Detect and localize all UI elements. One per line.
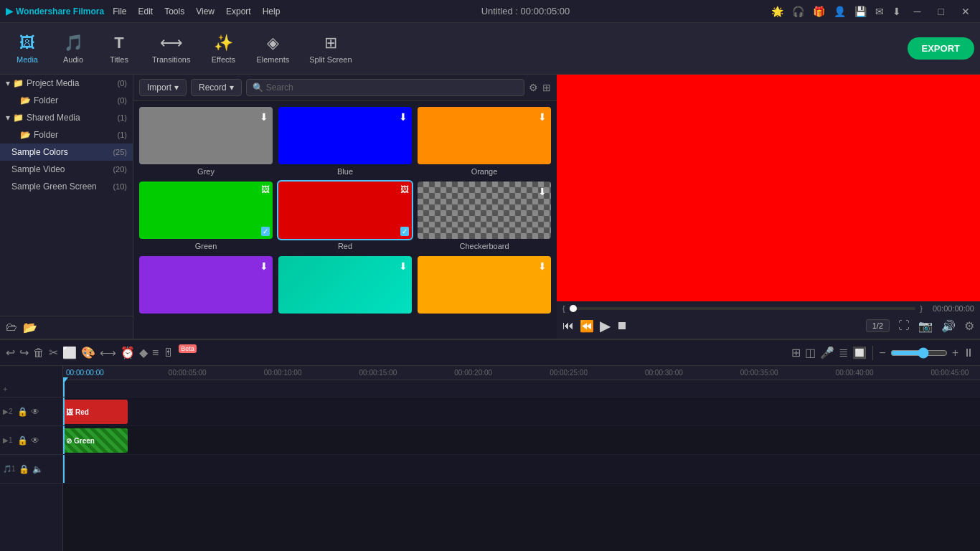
playback-ratio-dropdown[interactable]: 1/2 (866, 319, 890, 332)
user-icon[interactable]: 👤 (834, 6, 846, 17)
toolbar-audio[interactable]: 🎵 Audio (52, 29, 95, 68)
menu-view[interactable]: View (196, 6, 215, 17)
preview-step-back-button[interactable]: ⏮ (562, 319, 574, 332)
toolbar-elements[interactable]: ◈ Elements (248, 29, 298, 68)
clip-red[interactable]: 🖼 Red (63, 400, 128, 424)
mark-in-button[interactable]: ◫ (805, 346, 816, 359)
sample-video-item[interactable]: Sample Video (20) (0, 161, 133, 178)
crop-button[interactable]: ⬜ (62, 346, 77, 359)
media-item-grey[interactable]: ⬇ Grey (139, 107, 273, 176)
microphone-button[interactable]: 🎤 (820, 346, 834, 359)
record-label: Record (199, 83, 227, 93)
minimize-button[interactable]: ─ (910, 4, 925, 19)
grid-view-icon[interactable]: ⊞ (542, 82, 551, 93)
zoom-in-button[interactable]: + (952, 347, 958, 359)
lock-icon-v1[interactable]: 🔒 (17, 435, 28, 446)
export-button[interactable]: EXPORT (908, 37, 974, 60)
color-button[interactable]: 🎨 (81, 346, 95, 359)
vol-icon-a1[interactable]: 🔈 (32, 464, 43, 474)
toolbar-titles[interactable]: T Titles (98, 29, 141, 68)
left-panel: ▾ 📁 Project Media (0) 📂 Folder (0) ▾ 📁 S… (0, 75, 133, 339)
preview-start-time: { (562, 304, 565, 313)
media-item-yellow[interactable]: ⬇ (418, 256, 551, 316)
add-folder-button[interactable]: 🗁 (6, 321, 17, 334)
record-dropdown[interactable]: Record ▾ (191, 79, 242, 96)
preview-fullscreen-icon[interactable]: ⛶ (898, 319, 910, 332)
eye-icon-v1[interactable]: 👁 (31, 435, 39, 446)
maximize-button[interactable]: □ (934, 4, 948, 19)
preview-snapshot-icon[interactable]: 📷 (918, 319, 933, 333)
shared-media-section[interactable]: ▾ 📁 Shared Media (1) (0, 109, 133, 126)
menu-export[interactable]: Export (226, 6, 251, 17)
preview-end-time: } (920, 304, 923, 313)
redo-button[interactable]: ↪ (19, 346, 29, 359)
search-input[interactable] (266, 83, 518, 93)
light-icon[interactable]: 🌟 (771, 6, 783, 17)
preview-frame-back-button[interactable]: ⏪ (580, 319, 594, 333)
timeline-right-controls: ⊞ ◫ 🎤 ≣ 🔲 − + ⏸ (791, 346, 974, 360)
media-item-checkerboard[interactable]: ⬇ Checkerboard (418, 182, 551, 250)
preview-controls: { } 00:00:00:00 ⏮ ⏪ ▶ ⏹ 1/2 ⛶ 📷 🔊 ⚙ (557, 301, 980, 339)
track-settings-button[interactable]: ≣ (839, 346, 848, 359)
playhead-v1 (63, 426, 65, 454)
sample-green-screen-item[interactable]: Sample Green Screen (10) (0, 178, 133, 195)
sample-colors-item[interactable]: Sample Colors (25) (0, 143, 133, 161)
shared-media-folder[interactable]: 📂 Folder (1) (0, 126, 133, 143)
preview-settings-icon[interactable]: ⚙ (964, 319, 974, 333)
speed-button[interactable]: ⏰ (121, 346, 135, 359)
menu-file[interactable]: File (113, 6, 126, 17)
gift-icon[interactable]: 🎁 (813, 6, 825, 17)
eye-icon-v2[interactable]: 👁 (31, 407, 39, 417)
preview-play-button[interactable]: ▶ (600, 317, 611, 334)
lock-icon-v2[interactable]: 🔒 (17, 407, 28, 417)
toolbar-effects[interactable]: ✨ Effects (202, 29, 245, 68)
toolbar-split-screen[interactable]: ⊞ Split Screen (301, 29, 360, 68)
cut-button[interactable]: ✂ (49, 346, 58, 359)
preview-progress-bar[interactable] (570, 307, 916, 310)
import-dropdown[interactable]: Import ▾ (139, 79, 187, 96)
beta-badge: Beta (179, 344, 197, 353)
clip-red-icon: 🖼 (66, 408, 73, 416)
media-thumb-red: 🖼 ✓ (278, 182, 412, 239)
zoom-out-button[interactable]: − (879, 347, 885, 359)
headphone-icon[interactable]: 🎧 (792, 6, 804, 17)
snap-button[interactable]: ⊞ (791, 346, 801, 359)
preview-handle[interactable] (570, 305, 577, 312)
media-item-orange[interactable]: ⬇ Orange (418, 107, 551, 176)
transition-button[interactable]: ⟷ (100, 346, 116, 359)
media-item-purple[interactable]: ⬇ (139, 256, 273, 316)
media-item-blue[interactable]: ⬇ Blue (278, 107, 412, 176)
download-icon[interactable]: ⬇ (892, 6, 901, 17)
zoom-range-input[interactable] (890, 347, 948, 359)
save-icon[interactable]: 💾 (854, 6, 867, 17)
download-icon-teal: ⬇ (399, 260, 407, 272)
audio-mixer-button[interactable]: ≡ (152, 347, 159, 359)
menu-edit[interactable]: Edit (138, 6, 153, 17)
menu-tools[interactable]: Tools (164, 6, 184, 17)
menu-help[interactable]: Help (263, 6, 281, 17)
folder-icon: 📁 (13, 78, 24, 88)
media-thumb-checkerboard: ⬇ (418, 182, 551, 239)
undo-button[interactable]: ↩ (6, 346, 15, 359)
filter-icon[interactable]: ⚙ (529, 82, 538, 93)
media-item-green[interactable]: 🖼 ✓ Green (139, 182, 273, 250)
preview-stop-button[interactable]: ⏹ (616, 319, 628, 332)
project-media-section[interactable]: ▾ 📁 Project Media (0) (0, 75, 133, 92)
new-folder-button[interactable]: 📂 (23, 321, 37, 334)
media-item-red[interactable]: 🖼 ✓ Red (278, 182, 412, 250)
ruler-mark-2: 00:00:10:00 (264, 369, 302, 377)
preview-audio-icon[interactable]: 🔊 (941, 319, 956, 333)
record-stop-button[interactable]: ⏸ (963, 347, 974, 359)
delete-button[interactable]: 🗑 (33, 347, 44, 359)
adjust-button[interactable]: ◆ (139, 346, 148, 359)
clip-green[interactable]: ⊘ Green (63, 428, 128, 453)
project-media-folder[interactable]: 📂 Folder (0) (0, 92, 133, 109)
toolbar-media[interactable]: 🖼 Media (6, 29, 49, 68)
close-button[interactable]: ✕ (957, 4, 974, 19)
volume-button[interactable]: 🎚 (163, 347, 174, 359)
toolbar-transitions[interactable]: ⟷ Transitions (143, 29, 199, 68)
media-item-teal[interactable]: ⬇ (278, 256, 412, 316)
sticker-button[interactable]: 🔲 (852, 346, 867, 359)
lock-icon-a1[interactable]: 🔒 (19, 464, 29, 474)
mail-icon[interactable]: ✉ (875, 6, 884, 17)
